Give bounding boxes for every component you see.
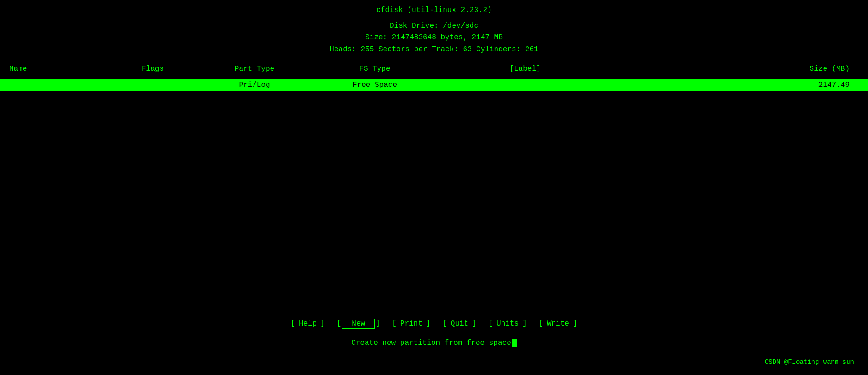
status-bar: Create new partition from free space (0, 339, 868, 347)
col-header-size: Size (MB) (606, 65, 859, 73)
row-name (9, 81, 102, 89)
row-label (444, 81, 606, 89)
disk-size: Size: 2147483648 bytes, 2147 MB (0, 32, 868, 44)
menu-item-help[interactable]: [ Help ] (291, 319, 325, 329)
col-header-flags: Flags (102, 65, 204, 73)
row-parttype: Pri/Log (204, 81, 305, 89)
menu-item-quit[interactable]: [ Quit ] (442, 319, 477, 329)
table-header: Name Flags Part Type FS Type [Label] Siz… (0, 63, 868, 75)
table-bottom-divider (0, 93, 868, 93)
status-message: Create new partition from free space (351, 339, 511, 347)
table-row[interactable]: Pri/Log Free Space 2147.49 (0, 79, 868, 91)
menu-bar: [ Help ] [ New ] [ Print ] [ Quit ] [ Un… (0, 319, 868, 329)
table-divider (0, 77, 868, 77)
menu-label-help[interactable]: Help (295, 319, 320, 329)
app-title: cfdisk (util-linux 2.23.2) (0, 5, 868, 17)
col-header-name: Name (9, 65, 102, 73)
row-flags (102, 81, 204, 89)
menu-item-write[interactable]: [ Write ] (539, 319, 577, 329)
menu-label-units[interactable]: Units (493, 319, 522, 329)
screen: cfdisk (util-linux 2.23.2) Disk Drive: /… (0, 0, 868, 375)
col-header-fstype: FS Type (305, 65, 444, 73)
menu-label-print[interactable]: Print (397, 319, 426, 329)
menu-label-new[interactable]: New (342, 319, 375, 329)
menu-item-units[interactable]: [ Units ] (488, 319, 527, 329)
menu-item-new[interactable]: [ New ] (337, 319, 380, 329)
disk-drive: Disk Drive: /dev/sdc (0, 20, 868, 32)
row-fstype: Free Space (305, 81, 444, 89)
header: cfdisk (util-linux 2.23.2) Disk Drive: /… (0, 0, 868, 55)
cursor (512, 339, 517, 347)
row-size: 2147.49 (606, 81, 859, 89)
watermark: CSDN @Floating warm sun (765, 358, 854, 366)
disk-geometry: Heads: 255 Sectors per Track: 63 Cylinde… (0, 44, 868, 56)
partition-table: Name Flags Part Type FS Type [Label] Siz… (0, 63, 868, 93)
col-header-parttype: Part Type (204, 65, 305, 73)
col-header-label: [Label] (444, 65, 606, 73)
menu-label-write[interactable]: Write (543, 319, 573, 329)
menu-item-print[interactable]: [ Print ] (392, 319, 430, 329)
menu-label-quit[interactable]: Quit (447, 319, 472, 329)
